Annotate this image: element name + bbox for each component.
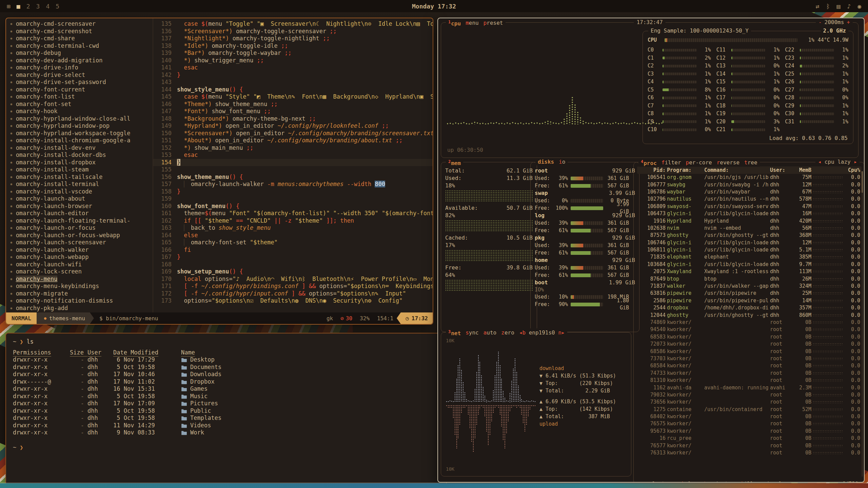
col-program[interactable]: Program: <box>667 167 703 174</box>
terminal-window[interactable]: ~❯ls Permissions Size User Date Modified… <box>5 333 447 488</box>
file-tree-item[interactable]: ✱ omarchy-dev-add-migration <box>10 57 153 64</box>
terminate-button[interactable]: terminate <box>702 481 732 483</box>
file-tree-item[interactable]: ✱ omarchy-launch-about <box>10 195 153 203</box>
process-row[interactable]: 2075 Xwayland Xwayland :1 -rootless - dh… <box>637 268 862 275</box>
net-option-button[interactable]: auto <box>484 329 497 336</box>
col-command[interactable]: Command: <box>704 167 769 174</box>
menu-button[interactable]: menu <box>466 19 479 26</box>
process-row[interactable]: 95673 kworker/ root 0B 0.0 <box>637 428 862 435</box>
file-tree-item[interactable]: ✱ omarchy-hyprland-window-close-all <box>10 115 153 123</box>
mem-box-title[interactable]: 2mem <box>448 158 461 167</box>
process-row[interactable]: 71837 walker /usr/bin/walker --gappl dhh… <box>637 283 862 290</box>
file-tree-item[interactable]: ✱ omarchy-menu <box>10 276 153 283</box>
file-tree-item[interactable]: ✱ omarchy-notification-dismiss <box>10 297 153 305</box>
file-tree-item[interactable]: ✱ omarchy-launch-wifi <box>10 261 153 268</box>
col-pid[interactable]: Pid: <box>638 167 666 174</box>
scrollbar-thumb[interactable] <box>862 171 863 193</box>
process-row[interactable]: 106786 waybar /usr/bin/waybar dhh 67M 0.… <box>637 188 862 196</box>
process-row[interactable]: 1916 Hyprland Hyprland dhh 420M 0.0 <box>637 217 862 224</box>
cpu-box-title[interactable]: 1cpu <box>448 19 461 27</box>
file-tree-item[interactable]: ✱ omarchy-launch-editor <box>10 210 153 217</box>
proc-option-button[interactable]: filter <box>662 159 681 166</box>
volume-icon[interactable]: ♪ <box>847 3 851 10</box>
sort-prev-button[interactable]: ◂ <box>818 159 821 165</box>
process-row[interactable]: 73703 kworker/ root 0B 0.0 <box>637 355 862 362</box>
col-user[interactable]: User: <box>770 167 790 174</box>
process-row[interactable]: 1275 containe /usr/bin/containerd root 5… <box>637 406 862 413</box>
process-row[interactable]: 68584 kworker/ root 0B 0.0 <box>637 362 862 369</box>
process-row[interactable]: 76313 kworker/ root 0B 0.0 <box>637 449 862 456</box>
process-row[interactable]: 2586 pipewire /usr/bin/pipewire-pulse dh… <box>637 297 862 304</box>
file-tree-item[interactable]: ✱ omarchy-launch-or-focus-webapp <box>10 232 153 239</box>
process-row[interactable]: 74733 kworker/ root 0B 0.0 <box>637 370 862 377</box>
interval-decrease-button[interactable]: - <box>818 19 822 26</box>
process-row[interactable]: 102796 nautilus /usr/bin/nautilus --new … <box>637 196 862 203</box>
file-tree-item[interactable]: ✱ omarchy-hyprland-window-pop <box>10 122 153 130</box>
process-row[interactable]: 106811 glycin-i /usr/lib/glycin-loaders … <box>637 246 862 253</box>
net-box-title[interactable]: 3net <box>448 328 461 337</box>
col-memb[interactable]: MemB <box>791 167 811 174</box>
kill-button[interactable]: kill <box>739 481 755 483</box>
file-tree-item[interactable]: ✱ omarchy-cmd-share <box>10 35 153 42</box>
workspace-number[interactable]: 2 <box>26 3 30 10</box>
file-tree-item[interactable]: ✱ omarchy-install-dev-env <box>10 144 153 152</box>
proc-option-button[interactable]: per-core <box>686 159 712 166</box>
iface-next-button[interactable]: n▸ <box>558 329 565 336</box>
file-tree-item[interactable]: ✱ omarchy-font-list <box>10 93 153 101</box>
file-tree-item[interactable]: ✱ omarchy-launch-or-focus <box>10 224 153 232</box>
process-row[interactable]: 106541 org.gnom /usr/bin/gjs /usr/lib/o … <box>637 174 862 181</box>
process-row[interactable]: 76577 kworker/ root 0B 0.0 <box>637 442 862 449</box>
iface-prev-button[interactable]: ◂b <box>519 329 526 336</box>
io-mode-button[interactable]: io <box>559 158 565 165</box>
process-row[interactable]: 87649 btop btop dhh 26M 0.0 <box>637 275 862 282</box>
file-tree[interactable]: ✱ omarchy-cmd-screensaver ✱ omarchy-cmd-… <box>6 18 153 312</box>
file-tree-item[interactable]: ✱ omarchy-install-steam <box>10 166 153 174</box>
preset-button[interactable]: preset <box>484 19 503 26</box>
proc-option-button[interactable]: reverse <box>717 159 739 166</box>
file-tree-item[interactable]: ✱ omarchy-drive-info <box>10 64 153 72</box>
sync-icon[interactable]: ⇄ <box>816 3 820 10</box>
select-control[interactable]: ↑ select ↓ <box>638 481 672 483</box>
process-row[interactable]: 68586 kworker/ root 0B 0.0 <box>637 348 862 355</box>
net-option-button[interactable]: zero <box>501 329 514 336</box>
col-cpu[interactable]: Cpu% <box>844 167 860 174</box>
process-row[interactable]: 79032 kworker/ root 0B 0.0 <box>637 391 862 399</box>
file-tree-item[interactable]: ✱ omarchy-hyprland-workspace-toggle <box>10 130 153 137</box>
file-tree-item[interactable]: ✱ omarchy-cmd-screenshot <box>10 28 153 35</box>
file-tree-item[interactable]: ✱ omarchy-install-dropbox <box>10 159 153 166</box>
process-row[interactable]: 87573 ghostty /usr/bin/ghostty --gtk- dh… <box>637 232 862 239</box>
process-row[interactable]: 73656 kworker/ root 0B 0.0 <box>637 399 862 406</box>
file-tree-item[interactable]: ✱ omarchy-drive-set-password <box>10 79 153 86</box>
code-pane[interactable]: 135 case $(menu "Toggle" "▣ Screensaver\… <box>153 18 433 312</box>
file-tree-item[interactable]: ✱ omarchy-launch-browser <box>10 203 153 210</box>
record-icon[interactable]: ◉ <box>857 3 861 10</box>
file-tree-item[interactable]: ✱ omarchy-launch-walker <box>10 246 153 254</box>
apps-icon[interactable]: ⊞ <box>7 3 11 10</box>
process-row[interactable]: 103684 glycin-i /usr/lib/glycin-loaders … <box>637 261 862 268</box>
process-row[interactable]: 2544 dropbox /home/dhh/.dropbox-dist dhh… <box>637 304 862 311</box>
process-row[interactable]: 68583 kworker/ root 0B 0.0 <box>637 333 862 341</box>
file-tree-item[interactable]: ✱ omarchy-font-current <box>10 86 153 94</box>
process-row[interactable]: 106746 glycin-i /usr/lib/glycin-loaders … <box>637 239 862 246</box>
file-tree-item[interactable]: ✱ omarchy-install-terminal <box>10 181 153 188</box>
interval-increase-button[interactable]: + <box>847 19 850 26</box>
workspace-active-icon[interactable]: ■ <box>17 3 20 10</box>
process-row[interactable]: 106473 glycin-i /usr/lib/glycin-loaders … <box>637 210 862 217</box>
process-row[interactable]: 12044 ghostty /usr/bin/ghostty --gtk- dh… <box>637 311 862 319</box>
sort-next-button[interactable]: ▸ <box>854 159 857 165</box>
process-row[interactable]: 72073 kworker/ root 0B 0.0 <box>637 341 862 348</box>
file-tree-item[interactable]: ✱ omarchy-install-chromium-google-a <box>10 137 153 144</box>
file-tree-item[interactable]: ✱ omarchy-lock-screen <box>10 268 153 276</box>
file-tree-item[interactable]: ✱ omarchy-launch-screensaver <box>10 239 153 246</box>
file-tree-item[interactable]: ✱ omarchy-migrate <box>10 290 153 298</box>
process-scrollbar[interactable] <box>862 171 863 477</box>
info-button[interactable]: info <box>679 481 695 483</box>
process-row[interactable]: 1162 avahi-da avahi-daemon: running [ av… <box>637 384 862 391</box>
proc-option-button[interactable]: tree <box>744 159 757 166</box>
file-tree-item[interactable]: ✱ omarchy-pkg-add <box>10 305 153 312</box>
workspace-number[interactable]: 5 <box>56 3 59 10</box>
file-tree-item[interactable]: ✱ omarchy-hook <box>10 108 153 115</box>
file-tree-item[interactable]: ✱ omarchy-launch-webapp <box>10 253 153 261</box>
display-icon[interactable]: ▤ <box>836 3 840 10</box>
process-row[interactable]: 63816 pipewire /usr/bin/pipewire dhh 25M… <box>637 290 862 297</box>
